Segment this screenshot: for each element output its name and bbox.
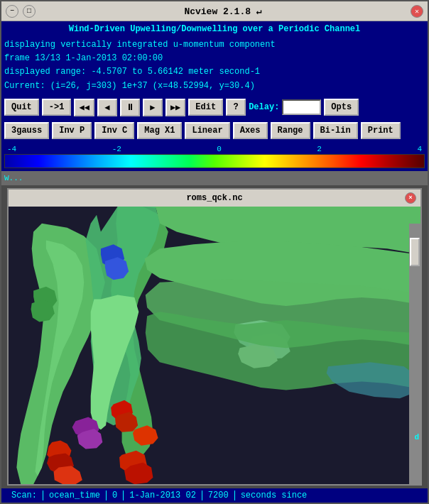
bottom-unit: seconds since (235, 491, 313, 500)
play-button[interactable]: ▶ (143, 99, 163, 116)
scan-value: ocean_time (43, 491, 107, 500)
scroll-d-label: d (414, 433, 419, 442)
bottom-value2: 7200 (202, 491, 235, 500)
bottom-value1: 0 (107, 491, 124, 500)
pause-button[interactable]: ⏸ (120, 99, 140, 116)
rewind-button[interactable]: ◀◀ (74, 99, 94, 116)
app-title: Ncview 2.1.8 ↵ (36, 6, 411, 17)
prev-button[interactable]: ◀ (97, 99, 117, 116)
scan-label: Scan: (6, 491, 43, 500)
sub-close-button[interactable]: × (405, 192, 416, 204)
title-bar: − □ Ncview 2.1.8 ↵ ✕ (1, 1, 428, 21)
info-line4: Current: (i=26, j=303) 1e+37 (x=48.52994… (4, 80, 425, 93)
info-line2: frame 13/13 1-Jan-2013 02:00:00 (4, 52, 425, 65)
mag-x1-button[interactable]: Mag X1 (137, 122, 182, 139)
arrow-right-button[interactable]: ->1 (42, 99, 72, 116)
bottom-bar: Scan: ocean_time 0 1-Jan-2013 02 7200 se… (1, 488, 428, 503)
colorbar (4, 154, 425, 168)
bi-lin-button[interactable]: Bi-lin (313, 122, 358, 139)
sub-window-title: roms_qck.nc (24, 193, 405, 203)
map-container: d (9, 207, 420, 484)
colorbar-label-0: 0 (217, 145, 222, 153)
inv-p-button[interactable]: Inv P (52, 122, 92, 139)
info-line1: displaying vertically integrated u-momen… (4, 38, 425, 52)
subtitle: Wind-Driven Upwelling/Downwelling over a… (1, 21, 428, 37)
inv-c-button[interactable]: Inv C (94, 122, 134, 139)
range-button[interactable]: Range (271, 122, 310, 139)
maximize-button[interactable]: □ (23, 5, 36, 18)
fast-forward-button[interactable]: ▶▶ (165, 99, 185, 116)
edit-button[interactable]: Edit (188, 99, 223, 116)
colorbar-label-2: 2 (317, 145, 322, 153)
colorbar-section: -4 -2 0 2 4 (1, 143, 428, 171)
window-controls: − □ (6, 5, 36, 18)
app-window: − □ Ncview 2.1.8 ↵ ✕ Wind-Driven Upwelli… (0, 0, 429, 504)
vis-bar-label: W... (4, 174, 23, 182)
info-section: displaying vertically integrated u-momen… (1, 37, 428, 94)
colorbar-labels: -4 -2 0 2 4 (4, 145, 425, 153)
vis-top-bar: W... (1, 171, 428, 185)
visualization-area: W... roms_qck.nc × (1, 171, 428, 488)
bottom-date: 1-Jan-2013 02 (124, 491, 202, 500)
print-button[interactable]: Print (361, 122, 401, 139)
sub-title-bar: roms_qck.nc × (9, 190, 420, 207)
scrollbar-thumb[interactable] (410, 238, 420, 266)
delay-input[interactable] (282, 99, 321, 115)
help-button[interactable]: ? (226, 99, 246, 116)
opts-button[interactable]: Opts (324, 99, 359, 116)
linear-button[interactable]: Linear (185, 122, 229, 139)
axes-button[interactable]: Axes (233, 122, 268, 139)
sub-window: roms_qck.nc × (7, 188, 422, 486)
controls-row2: 3gauss Inv P Inv C Mag X1 Linear Axes Ra… (1, 121, 428, 143)
controls-row1: Quit ->1 ◀◀ ◀ ⏸ ▶ ▶▶ Edit ? Delay: Opts (1, 94, 428, 121)
main-content: Wind-Driven Upwelling/Downwelling over a… (1, 21, 428, 503)
quit-button[interactable]: Quit (4, 99, 39, 116)
close-button[interactable]: ✕ (411, 5, 423, 18)
colorbar-label-4: 4 (417, 145, 422, 153)
delay-label: Delay: (249, 102, 279, 112)
right-scrollbar[interactable] (409, 224, 420, 484)
info-line3: displayed range: -4.5707 to 5.66142 mete… (4, 65, 425, 79)
gauss3-button[interactable]: 3gauss (4, 122, 49, 139)
colorbar-label-neg4: -4 (7, 145, 16, 153)
minimize-button[interactable]: − (6, 5, 18, 18)
colorbar-label-neg2: -2 (112, 145, 121, 153)
map-visualization (9, 207, 420, 484)
